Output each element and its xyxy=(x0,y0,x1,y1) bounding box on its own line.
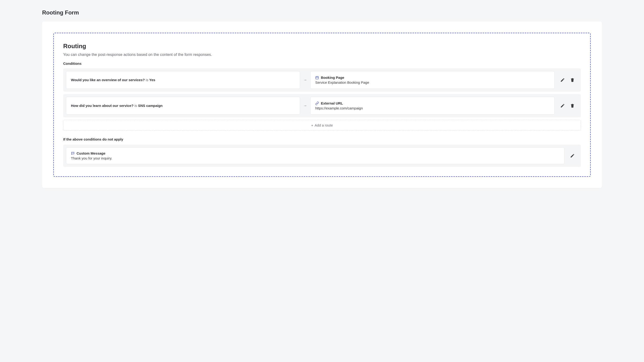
routing-card: Routing You can change the post-response… xyxy=(42,21,602,188)
fallback-detail: Thank you for your inquiry. xyxy=(71,156,560,160)
fallback-header: Custom Message xyxy=(71,151,560,155)
pencil-icon xyxy=(560,78,565,82)
message-icon xyxy=(71,152,75,155)
condition-box: Would you like an overview of our servic… xyxy=(66,71,300,89)
link-icon xyxy=(315,101,319,105)
edit-button[interactable] xyxy=(569,152,576,159)
condition-value: Yes xyxy=(149,78,156,82)
fallback-actions xyxy=(567,147,578,164)
fallback-type-label: Custom Message xyxy=(76,151,105,155)
fallback-label: If the above conditions do not apply xyxy=(63,137,581,141)
fallback-box: Custom Message Thank you for your inquir… xyxy=(66,147,564,164)
condition-question: Would you like an overview of our servic… xyxy=(71,78,145,82)
action-type-label: Booking Page xyxy=(321,75,344,79)
condition-value: SNS campaign xyxy=(138,104,163,108)
action-box: Booking Page Service Explanation Booking… xyxy=(310,71,554,89)
condition-operator: is xyxy=(134,104,137,108)
trash-icon xyxy=(570,78,575,82)
delete-button[interactable] xyxy=(569,77,576,83)
condition-question: How did you learn about our service? xyxy=(71,104,134,108)
action-detail: https://example.com/campaign xyxy=(315,106,550,110)
fallback-row: Custom Message Thank you for your inquir… xyxy=(63,144,581,167)
pencil-icon xyxy=(560,103,565,108)
arrow-icon: → xyxy=(302,97,308,115)
pencil-icon xyxy=(570,153,575,158)
plus-icon: + xyxy=(311,123,313,127)
edit-button[interactable] xyxy=(559,102,566,109)
condition-operator: is xyxy=(146,78,148,82)
routing-description: You can change the post-response actions… xyxy=(63,53,581,57)
action-header: Booking Page xyxy=(315,75,550,79)
condition-box: How did you learn about our service? is … xyxy=(66,97,300,115)
condition-text: Would you like an overview of our servic… xyxy=(71,77,295,83)
trash-icon xyxy=(570,103,575,108)
add-route-label: Add a route xyxy=(315,123,333,127)
edit-button[interactable] xyxy=(559,77,566,83)
conditions-label: Conditions xyxy=(63,61,581,65)
condition-text: How did you learn about our service? is … xyxy=(71,103,295,108)
routing-title: Routing xyxy=(63,42,581,50)
action-detail: Service Explanation Booking Page xyxy=(315,80,550,84)
add-route-button[interactable]: + Add a route xyxy=(63,120,581,131)
delete-button[interactable] xyxy=(569,102,576,109)
route-row: How did you learn about our service? is … xyxy=(63,94,581,117)
route-actions xyxy=(557,71,578,89)
page-title: Rooting Form xyxy=(42,9,602,16)
calendar-icon xyxy=(315,76,319,79)
arrow-icon: → xyxy=(302,71,308,89)
action-box: External URL https://example.com/campaig… xyxy=(310,97,554,115)
routing-section: Routing You can change the post-response… xyxy=(53,33,591,177)
route-row: Would you like an overview of our servic… xyxy=(63,68,581,92)
route-actions xyxy=(557,97,578,115)
action-header: External URL xyxy=(315,101,550,105)
svg-rect-0 xyxy=(316,76,318,79)
action-type-label: External URL xyxy=(321,101,343,105)
